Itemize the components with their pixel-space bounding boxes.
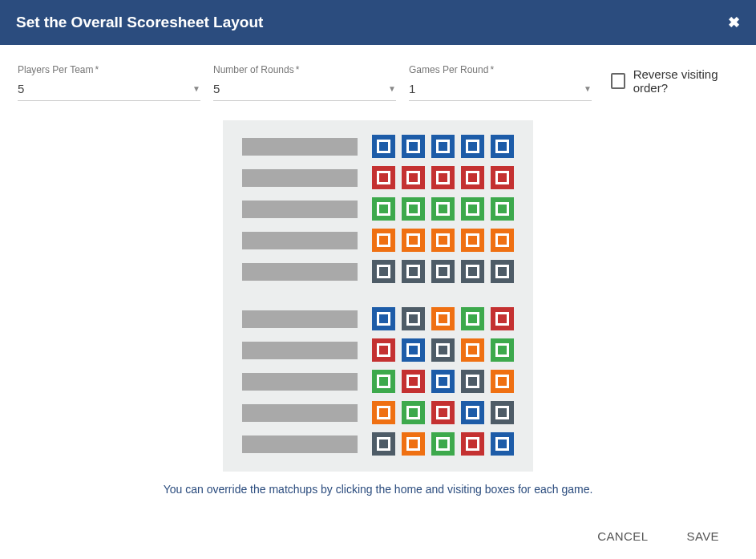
matchup-box[interactable] [461, 370, 484, 393]
matchup-box[interactable] [372, 260, 395, 283]
scoresheet-layout-dialog: Set the Overall Scoresheet Layout ✖ Play… [0, 0, 756, 559]
player-slot-placeholder [242, 342, 358, 359]
dialog-titlebar: Set the Overall Scoresheet Layout ✖ [0, 0, 756, 45]
matchup-box[interactable] [491, 166, 514, 189]
preview-row [242, 260, 514, 283]
layout-preview [223, 120, 533, 472]
reverse-visiting-checkbox[interactable] [611, 73, 625, 89]
override-hint: You can override the matchups by clickin… [18, 483, 738, 496]
preview-row [242, 432, 514, 456]
preview-row [242, 401, 514, 424]
player-slot-placeholder [242, 310, 358, 328]
players-per-team-field: Players Per Team* 5 ▼ [18, 64, 200, 101]
matchup-box[interactable] [491, 370, 514, 393]
matchup-box[interactable] [372, 229, 395, 252]
matchup-box[interactable] [461, 401, 484, 424]
matchup-box[interactable] [372, 166, 395, 189]
matchup-box[interactable] [402, 260, 425, 283]
matchup-box[interactable] [491, 229, 514, 252]
save-button[interactable]: SAVE [681, 526, 724, 546]
preview-row [242, 370, 514, 393]
layout-preview-wrap [18, 120, 738, 472]
matchup-box[interactable] [372, 307, 395, 330]
matchup-box[interactable] [431, 135, 455, 158]
player-slot-placeholder [242, 263, 358, 281]
matchup-box[interactable] [461, 260, 484, 283]
matchup-box[interactable] [461, 338, 484, 362]
preview-section [242, 307, 514, 456]
matchup-box[interactable] [461, 229, 484, 252]
number-of-rounds-label: Number of Rounds* [213, 64, 396, 75]
matchup-box[interactable] [402, 197, 425, 221]
matchup-box[interactable] [402, 166, 425, 189]
reverse-visiting-field: Reverse visiting order? [611, 67, 738, 101]
games-per-round-value: 1 [409, 82, 415, 95]
player-slot-placeholder [242, 201, 358, 218]
preview-row [242, 197, 514, 221]
matchup-box[interactable] [402, 370, 425, 393]
number-of-rounds-value: 5 [213, 82, 220, 95]
matchup-box[interactable] [402, 401, 425, 424]
player-slot-placeholder [242, 138, 358, 156]
matchup-box[interactable] [372, 401, 395, 424]
preview-row [242, 229, 514, 252]
games-per-round-select[interactable]: 1 ▼ [409, 77, 592, 101]
player-slot-placeholder [242, 232, 358, 249]
matchup-box[interactable] [491, 307, 514, 330]
reverse-visiting-label: Reverse visiting order? [633, 67, 738, 95]
preview-row [242, 338, 514, 362]
players-per-team-value: 5 [18, 82, 24, 95]
dialog-actions: CANCEL SAVE [0, 504, 756, 559]
matchup-box[interactable] [491, 338, 514, 362]
preview-section [242, 135, 514, 283]
matchup-box[interactable] [402, 229, 425, 252]
close-icon[interactable]: ✖ [728, 15, 740, 30]
matchup-box[interactable] [431, 260, 455, 283]
matchup-box[interactable] [402, 338, 425, 362]
matchup-box[interactable] [491, 401, 514, 424]
matchup-box[interactable] [402, 432, 425, 456]
player-slot-placeholder [242, 169, 358, 187]
chevron-down-icon: ▼ [192, 84, 200, 93]
matchup-box[interactable] [461, 432, 484, 456]
preview-row [242, 135, 514, 158]
matchup-box[interactable] [431, 432, 455, 456]
player-slot-placeholder [242, 435, 358, 453]
chevron-down-icon: ▼ [388, 84, 396, 93]
matchup-box[interactable] [372, 338, 395, 362]
matchup-box[interactable] [372, 197, 395, 221]
preview-row [242, 307, 514, 330]
games-per-round-label: Games Per Round* [409, 64, 592, 75]
players-per-team-select[interactable]: 5 ▼ [18, 77, 200, 101]
matchup-box[interactable] [402, 307, 425, 330]
matchup-box[interactable] [431, 307, 455, 330]
matchup-box[interactable] [491, 432, 514, 456]
matchup-box[interactable] [372, 370, 395, 393]
matchup-box[interactable] [461, 197, 484, 221]
matchup-box[interactable] [431, 401, 455, 424]
matchup-box[interactable] [431, 166, 455, 189]
matchup-box[interactable] [491, 260, 514, 283]
matchup-box[interactable] [491, 197, 514, 221]
matchup-box[interactable] [461, 307, 484, 330]
preview-row [242, 166, 514, 189]
matchup-box[interactable] [372, 135, 395, 158]
player-slot-placeholder [242, 373, 358, 391]
matchup-box[interactable] [461, 166, 484, 189]
number-of-rounds-select[interactable]: 5 ▼ [213, 77, 396, 101]
cancel-button[interactable]: CANCEL [592, 526, 653, 546]
matchup-box[interactable] [431, 229, 455, 252]
number-of-rounds-field: Number of Rounds* 5 ▼ [213, 64, 396, 101]
games-per-round-field: Games Per Round* 1 ▼ [409, 64, 592, 101]
matchup-box[interactable] [431, 370, 455, 393]
matchup-box[interactable] [402, 135, 425, 158]
matchup-box[interactable] [372, 432, 395, 456]
chevron-down-icon: ▼ [584, 84, 592, 93]
players-per-team-label: Players Per Team* [18, 64, 200, 75]
matchup-box[interactable] [431, 197, 455, 221]
player-slot-placeholder [242, 404, 358, 422]
matchup-box[interactable] [491, 135, 514, 158]
dialog-title: Set the Overall Scoresheet Layout [16, 14, 263, 31]
matchup-box[interactable] [461, 135, 484, 158]
matchup-box[interactable] [431, 338, 455, 362]
